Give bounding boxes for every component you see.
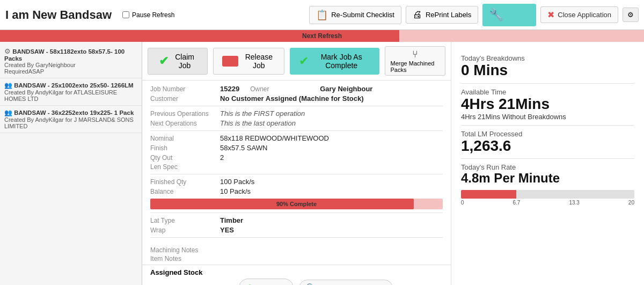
sidebar-item-0-created: Created By GaryNeighbour bbox=[4, 62, 137, 68]
stat-divider-1 bbox=[461, 83, 634, 84]
stat-divider-3 bbox=[461, 158, 634, 159]
len-spec-row: Len Spec bbox=[150, 163, 443, 171]
next-ops-value: This is the last operation bbox=[220, 119, 296, 127]
check-icon: ✔ bbox=[159, 54, 169, 68]
customer-value: No Customer Assigned (Machine for Stock) bbox=[220, 94, 364, 103]
resubmit-checklist-button[interactable]: 📋 Re-Submit Checklist bbox=[309, 6, 401, 24]
add-pack-button[interactable]: ⊕ Add Pack bbox=[239, 279, 294, 285]
separator-2 bbox=[150, 130, 443, 131]
separator-4 bbox=[150, 213, 443, 213]
mark-check-icon: ✔ bbox=[299, 54, 309, 68]
lat-type-row: Lat Type Timber bbox=[150, 216, 443, 224]
printer-icon: 🖨 bbox=[413, 9, 422, 20]
settings-button[interactable]: ⚙ bbox=[623, 8, 639, 22]
claim-job-button[interactable]: ✔ Claim Job bbox=[148, 48, 208, 75]
finish-value: 58x57.5 SAWN bbox=[220, 144, 267, 152]
owner-value: Gary Neighbour bbox=[320, 85, 372, 93]
balance-row: Balance 10 Pack/s bbox=[150, 187, 443, 195]
todays-breakdowns-label: Today's Breakdowns bbox=[461, 54, 634, 62]
next-refresh-label: Next Refresh bbox=[302, 32, 342, 40]
prev-ops-value: This is the FIRST operation bbox=[220, 109, 305, 118]
sidebar-item-0-required: RequiredASAP bbox=[4, 68, 137, 75]
nominal-value: 58x118 REDWOOD/WHITEWOOD bbox=[220, 134, 329, 142]
stat-divider-2 bbox=[461, 125, 634, 126]
assigned-stock-section: Assigned Stock ⊗ Consumed ✔ Available ⊕ … bbox=[142, 265, 451, 285]
available-time-label: Available Time bbox=[461, 88, 634, 96]
total-lm-label: Total LM Processed bbox=[461, 130, 634, 138]
qty-out-value: 2 bbox=[220, 154, 224, 162]
wrap-value: YES bbox=[220, 226, 234, 234]
qty-out-row: Qty Out 2 bbox=[150, 154, 443, 162]
run-rate-bar: 0 6.7 13.3 20 bbox=[461, 190, 634, 206]
job-number-value: 15229 bbox=[220, 85, 239, 93]
todays-breakdowns-value: 0 Mins bbox=[461, 62, 634, 79]
sidebar-item-0[interactable]: ⚙ BANDSAW - 58x1182exto 58x57.5- 100 Pac… bbox=[0, 44, 142, 78]
sidebar-item-1-title: 👥 BANDSAW - 25x1002exto 25x50- 1266LM bbox=[4, 82, 137, 89]
reprint-labels-button[interactable]: 🖨 RePrint Labels bbox=[406, 6, 478, 24]
item-notes-row: Item Notes bbox=[150, 255, 443, 262]
assigned-stock-title: Assigned Stock bbox=[150, 268, 443, 276]
tick-0: 0 bbox=[461, 200, 464, 206]
merge-icon: ⑂ bbox=[412, 49, 418, 60]
run-rate-bar-bg bbox=[461, 190, 634, 199]
close-application-button[interactable]: ✖ Close Application bbox=[540, 6, 618, 23]
search-icon: 🔍 bbox=[306, 283, 317, 286]
find-pack-button[interactable]: 🔍 Find Pack to Process bbox=[299, 280, 393, 286]
header-buttons: 📋 Re-Submit Checklist 🖨 RePrint Labels 🔧… bbox=[309, 4, 639, 26]
gear-icon: ⚙ bbox=[4, 47, 11, 55]
header: I am New Bandsaw Pause Refresh 📋 Re-Subm… bbox=[0, 0, 644, 30]
consumed-badge: ⊗ Consumed bbox=[150, 279, 189, 285]
content-area: ✔ Claim Job Release Job ✔ Mark Job As Co… bbox=[142, 42, 451, 285]
total-lm-value: 1,263.6 bbox=[461, 138, 634, 155]
progress-label: 90% Complete bbox=[276, 201, 317, 207]
run-rate-value: 4.8m Per Minute bbox=[461, 171, 634, 185]
finish-row: Finish 58x57.5 SAWN bbox=[150, 144, 443, 152]
next-refresh-bar: Next Refresh bbox=[0, 30, 644, 42]
job-action-bar: ✔ Claim Job Release Job ✔ Mark Job As Co… bbox=[142, 42, 451, 81]
run-rate-ticks: 0 6.7 13.3 20 bbox=[461, 200, 634, 206]
main-area: ⚙ BANDSAW - 58x1182exto 58x57.5- 100 Pac… bbox=[0, 42, 644, 285]
sidebar-item-0-title: ⚙ BANDSAW - 58x1182exto 58x57.5- 100 Pac… bbox=[4, 47, 137, 62]
prev-ops-row: Previous Operations This is the FIRST op… bbox=[150, 109, 443, 118]
gear-icon: ⚙ bbox=[627, 11, 634, 19]
notes-section: Machining Notes Item Notes bbox=[142, 245, 451, 265]
next-ops-row: Next Operations This is the last operati… bbox=[150, 119, 443, 127]
job-details: Job Number 15229 Owner Gary Neighbour Cu… bbox=[142, 81, 451, 245]
tick-13-3: 13.3 bbox=[569, 200, 579, 206]
app-title: I am New Bandsaw bbox=[5, 8, 112, 22]
teal-icon: 🔧 bbox=[489, 8, 503, 22]
lat-type-value: Timber bbox=[220, 216, 243, 224]
run-rate-label: Today's Run Rate bbox=[461, 163, 634, 171]
right-panel: Today's Breakdowns 0 Mins Available Time… bbox=[451, 42, 644, 285]
plus-icon: ⊕ bbox=[246, 282, 254, 285]
sidebar-item-2-created: Created By AndyKilgar for J MARSLAND& SO… bbox=[4, 116, 137, 129]
release-job-button[interactable]: Release Job bbox=[213, 48, 284, 75]
red-rect-icon bbox=[222, 56, 238, 67]
sidebar-item-1-created: Created By AndyKilgar for ATLASLEISURE H… bbox=[4, 89, 137, 102]
progress-bar: 90% Complete bbox=[150, 199, 443, 209]
tick-6-7: 6.7 bbox=[513, 200, 521, 206]
customer-row: Customer No Customer Assigned (Machine f… bbox=[150, 94, 443, 103]
stock-action-row: ⊕ Add Pack 🔍 Find Pack to Process bbox=[239, 279, 393, 285]
finished-qty-value: 100 Pack/s bbox=[220, 178, 254, 186]
available-badge: ✔ Available bbox=[197, 279, 231, 285]
sidebar-item-2[interactable]: 👥 BANDSAW - 36x2252exto 19x225- 1 Pack C… bbox=[0, 106, 142, 133]
available-time-value: 4Hrs 21Mins bbox=[461, 96, 634, 113]
document-icon: 📋 bbox=[316, 9, 328, 21]
sidebar-item-1[interactable]: 👥 BANDSAW - 25x1002exto 25x50- 1266LM Cr… bbox=[0, 78, 142, 106]
stock-status-row: ⊗ Consumed ✔ Available ⊕ Add Pack 🔍 Find… bbox=[150, 279, 443, 285]
merge-machined-button[interactable]: ⑂ Merge Machined Packs bbox=[385, 46, 445, 76]
separator-3 bbox=[150, 174, 443, 174]
finished-qty-row: Finished Qty 100 Pack/s bbox=[150, 178, 443, 186]
pause-refresh-checkbox[interactable] bbox=[122, 11, 129, 18]
mark-complete-button[interactable]: ✔ Mark Job As Complete bbox=[290, 48, 379, 75]
tick-20: 20 bbox=[628, 200, 634, 206]
available-time-sub: 4Hrs 21Mins Without Breakdowns bbox=[461, 113, 634, 121]
machining-notes-row: Machining Notes bbox=[150, 246, 443, 254]
nominal-row: Nominal 58x118 REDWOOD/WHITEWOOD bbox=[150, 134, 443, 142]
people-icon-2: 👥 bbox=[4, 109, 12, 116]
teal-bar-button[interactable]: 🔧 bbox=[482, 4, 536, 26]
sidebar-item-2-title: 👥 BANDSAW - 36x2252exto 19x225- 1 Pack bbox=[4, 109, 137, 116]
pause-refresh-label[interactable]: Pause Refresh bbox=[122, 11, 174, 19]
wrap-row: Wrap YES bbox=[150, 226, 443, 234]
